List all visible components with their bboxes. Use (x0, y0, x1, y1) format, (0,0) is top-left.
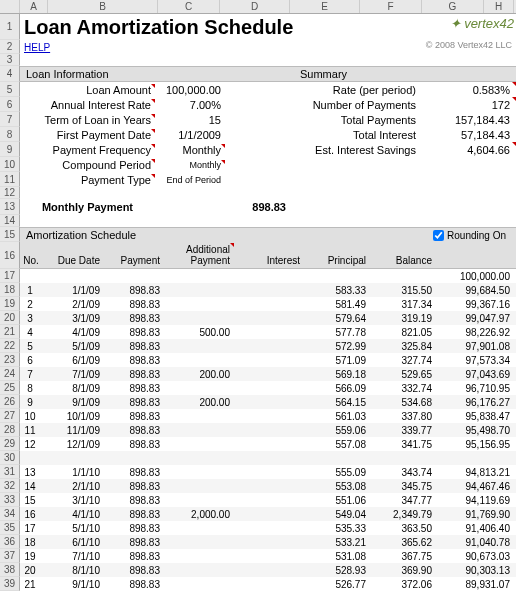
cell-additional[interactable]: 200.00 (164, 397, 234, 408)
loan-amount-value[interactable]: 100,000.00 (155, 84, 225, 96)
row-number: 33 (0, 493, 20, 507)
cell-payment: 898.83 (104, 467, 164, 478)
cell-due: 8/1/09 (44, 383, 104, 394)
rounding-checkbox[interactable] (433, 230, 444, 241)
cell-balance: 97,043.69 (436, 369, 514, 380)
table-row[interactable]: 1212/1/09898.83557.08341.7595,156.95 (20, 437, 516, 451)
row-number: 6 (0, 97, 20, 112)
freq-value[interactable]: Monthly (155, 144, 225, 156)
cell-balance: 97,573.34 (436, 355, 514, 366)
cell-principal: 529.65 (370, 369, 436, 380)
table-header-row: No. Due Date Payment AdditionalPayment I… (20, 242, 516, 269)
cell-payment: 898.83 (104, 523, 164, 534)
loan-amount-label: Loan Amount (20, 84, 155, 96)
row-number: 34 (0, 507, 20, 521)
table-row[interactable]: 1111/1/09898.83559.06339.7795,498.70 (20, 423, 516, 437)
cell-balance: 94,813.21 (436, 467, 514, 478)
first-payment-value[interactable]: 1/1/2009 (155, 129, 225, 141)
cell-additional[interactable]: 500.00 (164, 327, 234, 338)
cell-interest: 571.09 (304, 355, 370, 366)
term-value[interactable]: 15 (155, 114, 225, 126)
table-row[interactable]: 131/1/10898.83555.09343.7494,813.21 (20, 465, 516, 479)
table-row[interactable]: 55/1/09898.83572.99325.8497,901.08 (20, 339, 516, 353)
table-row[interactable]: 186/1/10898.83533.21365.6291,040.78 (20, 535, 516, 549)
table-row[interactable]: 164/1/10898.832,000.00549.042,349.7991,7… (20, 507, 516, 521)
cell-principal: 332.74 (370, 383, 436, 394)
savings-value: 4,604.66 (420, 144, 512, 156)
cell-payment: 898.83 (104, 285, 164, 296)
cell-no: 2 (20, 299, 44, 310)
table-row[interactable]: 208/1/10898.83528.93369.9090,303.13 (20, 563, 516, 577)
row-number: 5 (0, 82, 20, 97)
table-row[interactable]: 1010/1/09898.83561.03337.8095,838.47 (20, 409, 516, 423)
num-payments-label: Number of Payments (280, 99, 420, 111)
help-link[interactable]: HELP (20, 40, 50, 54)
cell-balance: 94,467.46 (436, 481, 514, 492)
row-number: 30 (0, 451, 20, 465)
cell-interest: 577.78 (304, 327, 370, 338)
row-number: 27 (0, 409, 20, 423)
table-row[interactable]: 197/1/10898.83531.08367.7590,673.03 (20, 549, 516, 563)
total-interest-label: Total Interest (280, 129, 420, 141)
row-number: 37 (0, 549, 20, 563)
ptype-value[interactable]: End of Period (155, 175, 225, 185)
cell-interest: 551.06 (304, 495, 370, 506)
cell-additional[interactable]: 2,000.00 (164, 509, 234, 520)
table-row[interactable]: 33/1/09898.83579.64319.1999,047.97 (20, 311, 516, 325)
page-title: Loan Amortization Schedule (20, 14, 516, 40)
cell-payment: 898.83 (104, 341, 164, 352)
table-row[interactable] (20, 451, 516, 465)
cell-due: 3/1/09 (44, 313, 104, 324)
cell-principal: 821.05 (370, 327, 436, 338)
table-row[interactable]: 11/1/09898.83583.33315.5099,684.50 (20, 283, 516, 297)
table-row[interactable]: 77/1/09898.83200.00569.18529.6597,043.69 (20, 367, 516, 381)
cell-due: 1/1/10 (44, 467, 104, 478)
cell-payment: 898.83 (104, 579, 164, 590)
table-row[interactable]: 142/1/10898.83553.08345.7594,467.46 (20, 479, 516, 493)
table-row[interactable]: 66/1/09898.83571.09327.7497,573.34 (20, 353, 516, 367)
cell-payment: 898.83 (104, 397, 164, 408)
cell-no: 19 (20, 551, 44, 562)
cell-no: 4 (20, 327, 44, 338)
cell-balance: 94,119.69 (436, 495, 514, 506)
col-principal: Principal (304, 254, 370, 268)
cell-balance: 89,931.07 (436, 579, 514, 590)
cell-payment: 898.83 (104, 369, 164, 380)
savings-label: Est. Interest Savings (280, 144, 420, 156)
table-row[interactable]: 175/1/10898.83535.33363.5091,406.40 (20, 521, 516, 535)
cell-no: 8 (20, 383, 44, 394)
cell-no: 18 (20, 537, 44, 548)
cell-principal: 534.68 (370, 397, 436, 408)
table-row[interactable]: 153/1/10898.83551.06347.7794,119.69 (20, 493, 516, 507)
cell-additional[interactable]: 200.00 (164, 369, 234, 380)
cell-principal: 347.77 (370, 495, 436, 506)
table-row[interactable]: 100,000.00 (20, 269, 516, 283)
compound-value[interactable]: Monthly (155, 160, 225, 170)
cell-due: 5/1/10 (44, 523, 104, 534)
cell-no: 11 (20, 425, 44, 436)
table-row[interactable]: 22/1/09898.83581.49317.3499,367.16 (20, 297, 516, 311)
cell-interest: 553.08 (304, 481, 370, 492)
table-row[interactable]: 44/1/09898.83500.00577.78821.0598,226.92 (20, 325, 516, 339)
annual-rate-label: Annual Interest Rate (20, 99, 155, 111)
cell-payment: 898.83 (104, 411, 164, 422)
table-row[interactable]: 99/1/09898.83200.00564.15534.6896,176.27 (20, 395, 516, 409)
cell-payment: 898.83 (104, 355, 164, 366)
row-number: 26 (0, 395, 20, 409)
row-number: 16 (0, 242, 20, 269)
cell-payment: 898.83 (104, 481, 164, 492)
cell-principal: 365.62 (370, 537, 436, 548)
row-number: 3 (0, 54, 20, 66)
row-number: 14 (0, 215, 20, 227)
cell-balance: 100,000.00 (436, 271, 514, 282)
cell-due: 3/1/10 (44, 495, 104, 506)
rounding-toggle[interactable]: Rounding On (433, 230, 510, 241)
cell-no: 17 (20, 523, 44, 534)
table-row[interactable]: 219/1/10898.83526.77372.0689,931.07 (20, 577, 516, 591)
row-number: 17 (0, 269, 20, 283)
col-payment: Payment (104, 254, 164, 268)
cell-principal: 337.80 (370, 411, 436, 422)
cell-balance: 96,710.95 (436, 383, 514, 394)
annual-rate-value[interactable]: 7.00% (155, 99, 225, 111)
table-row[interactable]: 88/1/09898.83566.09332.7496,710.95 (20, 381, 516, 395)
